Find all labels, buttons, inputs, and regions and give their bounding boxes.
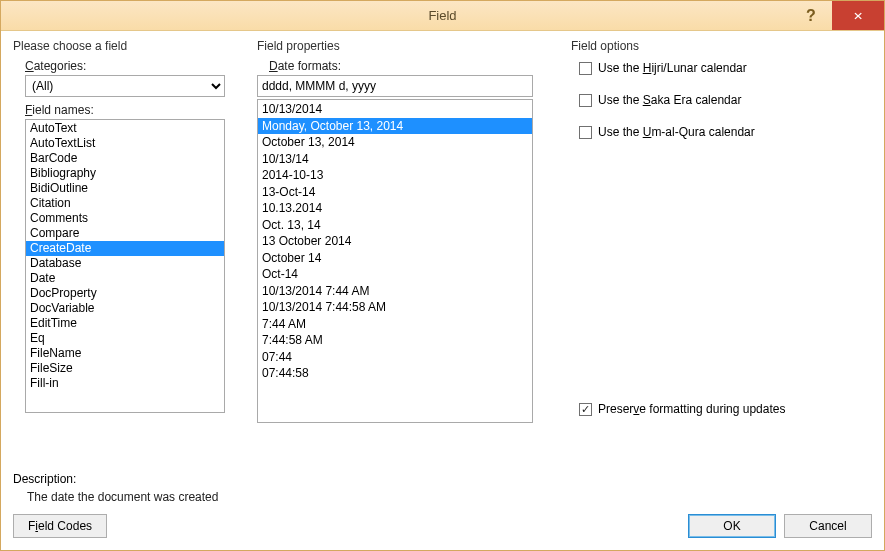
- option-saka-row[interactable]: Use the Saka Era calendar: [579, 93, 872, 107]
- fieldname-item[interactable]: AutoTextList: [26, 136, 224, 151]
- close-icon: ✕: [853, 9, 863, 22]
- date-format-item[interactable]: October 14: [258, 250, 532, 267]
- date-formats-label: Date formats:: [269, 59, 557, 73]
- date-format-item[interactable]: 13 October 2014: [258, 233, 532, 250]
- field-options-label: Field options: [571, 39, 872, 53]
- choose-field-panel: Please choose a field Categories: (All) …: [13, 39, 243, 464]
- date-formats-listbox[interactable]: 10/13/2014Monday, October 13, 2014Octobe…: [257, 99, 533, 423]
- categories-combobox[interactable]: (All): [25, 75, 225, 97]
- fieldname-item[interactable]: BidiOutline: [26, 181, 224, 196]
- help-button[interactable]: ?: [790, 1, 832, 30]
- option-hijri-row[interactable]: Use the Hijri/Lunar calendar: [579, 61, 872, 75]
- date-format-item[interactable]: 7:44 AM: [258, 316, 532, 333]
- choose-field-label: Please choose a field: [13, 39, 243, 53]
- field-options-panel: Field options Use the Hijri/Lunar calend…: [571, 39, 872, 464]
- window-controls: ? ✕: [790, 1, 884, 30]
- option-preserve-label: Preserve formatting during updates: [598, 402, 785, 416]
- date-format-item[interactable]: 10/13/2014: [258, 101, 532, 118]
- fieldname-item[interactable]: Eq: [26, 331, 224, 346]
- description-block: Description: The date the document was c…: [13, 472, 872, 504]
- fieldname-item[interactable]: Comments: [26, 211, 224, 226]
- option-preserve-checkbox[interactable]: [579, 403, 592, 416]
- cancel-button[interactable]: Cancel: [784, 514, 872, 538]
- option-hijri-checkbox[interactable]: [579, 62, 592, 75]
- field-dialog: Field ? ✕ Please choose a field Categori…: [0, 0, 885, 551]
- date-format-item[interactable]: 07:44:58: [258, 365, 532, 382]
- fieldname-item[interactable]: Citation: [26, 196, 224, 211]
- date-format-item[interactable]: Monday, October 13, 2014: [258, 118, 532, 135]
- fieldnames-label: Field names:: [25, 103, 243, 117]
- option-umalqura-label: Use the Um-al-Qura calendar: [598, 125, 755, 139]
- field-properties-label: Field properties: [257, 39, 557, 53]
- date-format-item[interactable]: 13-Oct-14: [258, 184, 532, 201]
- fieldname-item[interactable]: FileName: [26, 346, 224, 361]
- option-hijri-label: Use the Hijri/Lunar calendar: [598, 61, 747, 75]
- field-codes-button[interactable]: Field Codes: [13, 514, 107, 538]
- dialog-body: Please choose a field Categories: (All) …: [1, 31, 884, 550]
- titlebar: Field ? ✕: [1, 1, 884, 31]
- window-title: Field: [428, 8, 456, 23]
- dialog-footer: Field Codes OK Cancel: [13, 514, 872, 538]
- date-format-input[interactable]: [257, 75, 533, 97]
- fieldnames-listbox[interactable]: AutoTextAutoTextListBarCodeBibliographyB…: [25, 119, 225, 413]
- option-saka-label: Use the Saka Era calendar: [598, 93, 741, 107]
- field-properties-panel: Field properties Date formats: 10/13/201…: [257, 39, 557, 464]
- categories-label: Categories:: [25, 59, 243, 73]
- date-format-item[interactable]: Oct. 13, 14: [258, 217, 532, 234]
- fieldname-item[interactable]: Date: [26, 271, 224, 286]
- date-format-item[interactable]: 2014-10-13: [258, 167, 532, 184]
- fieldname-item[interactable]: DocVariable: [26, 301, 224, 316]
- date-format-item[interactable]: Oct-14: [258, 266, 532, 283]
- ok-button[interactable]: OK: [688, 514, 776, 538]
- option-umalqura-checkbox[interactable]: [579, 126, 592, 139]
- close-button[interactable]: ✕: [832, 1, 884, 30]
- fieldname-item[interactable]: BarCode: [26, 151, 224, 166]
- description-label: Description:: [13, 472, 872, 486]
- option-saka-checkbox[interactable]: [579, 94, 592, 107]
- date-format-item[interactable]: 10/13/2014 7:44:58 AM: [258, 299, 532, 316]
- fieldname-item[interactable]: Bibliography: [26, 166, 224, 181]
- fieldname-item[interactable]: AutoText: [26, 121, 224, 136]
- date-format-item[interactable]: 07:44: [258, 349, 532, 366]
- fieldname-item[interactable]: FileSize: [26, 361, 224, 376]
- fieldname-item[interactable]: DocProperty: [26, 286, 224, 301]
- fieldname-item[interactable]: CreateDate: [26, 241, 224, 256]
- description-text: The date the document was created: [27, 490, 872, 504]
- fieldname-item[interactable]: Database: [26, 256, 224, 271]
- date-format-item[interactable]: 10.13.2014: [258, 200, 532, 217]
- fieldname-item[interactable]: Fill-in: [26, 376, 224, 391]
- date-format-item[interactable]: 7:44:58 AM: [258, 332, 532, 349]
- date-format-item[interactable]: 10/13/14: [258, 151, 532, 168]
- date-format-item[interactable]: 10/13/2014 7:44 AM: [258, 283, 532, 300]
- date-format-item[interactable]: October 13, 2014: [258, 134, 532, 151]
- fieldname-item[interactable]: EditTime: [26, 316, 224, 331]
- option-preserve-row[interactable]: Preserve formatting during updates: [579, 402, 872, 416]
- option-umalqura-row[interactable]: Use the Um-al-Qura calendar: [579, 125, 872, 139]
- fieldname-item[interactable]: Compare: [26, 226, 224, 241]
